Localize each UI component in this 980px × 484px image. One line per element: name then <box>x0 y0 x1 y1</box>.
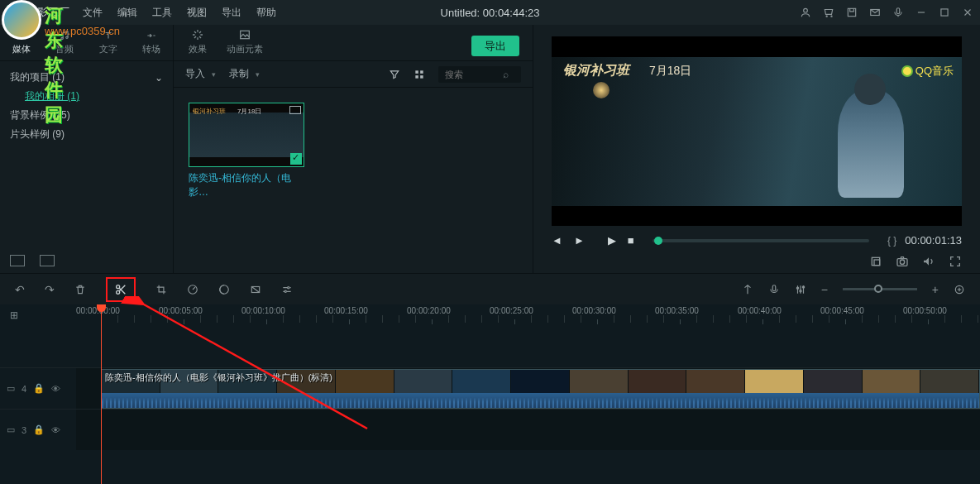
film-icon <box>289 106 301 114</box>
add-track-icon[interactable]: ⊞ <box>10 309 18 321</box>
visibility-icon[interactable]: 👁 <box>51 425 60 435</box>
redo-icon[interactable]: ↷ <box>45 283 55 296</box>
tree-my-project[interactable]: 我的项目 (1) ⌄ <box>10 68 163 87</box>
tab-effects[interactable]: 效果 <box>179 25 217 60</box>
zoom-in-icon[interactable]: + <box>932 283 939 296</box>
ruler-tick: 00:00:10:00 <box>241 306 285 315</box>
svg-rect-16 <box>874 260 880 266</box>
undo-icon[interactable]: ↶ <box>15 283 25 296</box>
delete-icon[interactable] <box>74 284 86 295</box>
chevron-down-icon: ▾ <box>212 70 216 79</box>
grid-view-icon[interactable] <box>414 69 425 80</box>
close-icon[interactable] <box>962 7 973 18</box>
search-input[interactable]: ⌕ <box>438 66 521 83</box>
zoom-slider[interactable] <box>843 288 917 290</box>
tab-media[interactable]: 媒体 <box>0 26 43 60</box>
progress-bar[interactable] <box>653 239 869 242</box>
stop-icon[interactable]: ■ <box>628 234 634 247</box>
save-icon[interactable] <box>846 7 858 18</box>
mail-icon[interactable] <box>869 7 881 18</box>
mic-icon[interactable] <box>892 7 904 18</box>
zoom-out-icon[interactable]: − <box>821 283 828 296</box>
video-track-3: ▭ 3 🔒 👁 <box>0 409 980 450</box>
volume-icon[interactable] <box>922 255 935 268</box>
menu-help[interactable]: 帮助 <box>256 6 276 20</box>
voiceover-icon[interactable] <box>768 284 780 295</box>
timeline-toolbar: ↶ ↷ − + <box>0 273 980 304</box>
record-dropdown[interactable]: 录制 <box>229 67 249 81</box>
ruler-tick: 00:00:40:00 <box>738 306 782 315</box>
music-icon <box>59 30 70 41</box>
qq-music-logo: QQ音乐 <box>901 64 954 79</box>
menu-tools[interactable]: 工具 <box>152 6 172 20</box>
cart-icon[interactable] <box>823 7 834 18</box>
fullscreen-icon[interactable] <box>949 255 962 268</box>
svg-rect-10 <box>241 31 250 38</box>
svg-point-9 <box>66 36 68 38</box>
document-title: Untitled: 00:04:44:23 <box>441 7 540 19</box>
crop-icon[interactable] <box>155 284 167 295</box>
tab-audio[interactable]: 音频 <box>43 26 86 60</box>
svg-rect-7 <box>17 33 25 39</box>
timecode-display: 00:00:01:13 <box>905 234 962 247</box>
media-icon <box>16 30 27 41</box>
split-icon[interactable] <box>114 283 127 296</box>
chevron-down-icon: ▾ <box>256 70 260 79</box>
search-icon: ⌕ <box>503 69 509 80</box>
ruler-tick: 00:00:25:00 <box>490 306 533 315</box>
maximize-icon[interactable] <box>939 7 950 18</box>
svg-rect-12 <box>420 70 423 74</box>
audio-waveform <box>102 393 979 408</box>
overlay-date: 7月18日 <box>649 64 691 79</box>
tab-elements[interactable]: 动画元素 <box>217 25 273 60</box>
tree-my-album[interactable]: 我的相册 (1) <box>10 87 163 106</box>
zoom-fit-icon[interactable] <box>954 284 965 295</box>
lock-icon[interactable]: 🔒 <box>33 424 45 435</box>
prev-frame-icon[interactable]: ◄ <box>552 234 562 247</box>
menu-view[interactable]: 视图 <box>187 6 207 20</box>
svg-rect-13 <box>415 75 418 79</box>
speed-icon[interactable] <box>187 284 198 295</box>
import-dropdown[interactable]: 导入 <box>185 67 205 81</box>
search-field[interactable] <box>445 69 503 79</box>
svg-point-25 <box>284 290 286 292</box>
svg-point-1 <box>826 16 827 17</box>
filter-icon[interactable] <box>389 69 400 80</box>
adjust-icon[interactable] <box>281 284 293 295</box>
minimize-icon[interactable] <box>915 7 927 18</box>
tab-text[interactable]: 文字 <box>87 26 130 60</box>
playhead[interactable] <box>101 304 102 484</box>
markers-icon[interactable]: { } <box>887 235 896 247</box>
video-track-4: ▭ 4 🔒 👁 陈奕迅-相信你的人（电影《银河补习班》推广曲）(标清) <box>0 367 980 409</box>
media-clip[interactable]: 银河补习班 7月18日 陈奕迅-相信你的人（电影… <box>189 103 304 199</box>
mixer-icon[interactable] <box>795 284 806 295</box>
tree-background-samples[interactable]: 背景样例 (15) <box>10 106 163 125</box>
visibility-icon[interactable]: 👁 <box>51 384 60 394</box>
next-frame-icon[interactable]: ► <box>574 234 585 247</box>
marker-icon[interactable] <box>742 284 753 295</box>
user-icon[interactable] <box>800 7 811 18</box>
tree-intro-samples[interactable]: 片头样例 (9) <box>10 125 163 144</box>
timeline-clip[interactable]: 陈奕迅-相信你的人（电影《银河补习班》推广曲）(标清) <box>101 369 980 409</box>
clip-name: 陈奕迅-相信你的人（电影… <box>189 167 304 199</box>
tab-transition[interactable]: 转场 <box>130 26 173 60</box>
lock-icon[interactable]: 🔒 <box>33 383 45 394</box>
svg-rect-5 <box>896 8 900 14</box>
export-button[interactable]: 导出 <box>471 36 519 56</box>
import-folder-icon[interactable] <box>40 255 55 266</box>
menu-export[interactable]: 导出 <box>222 6 241 20</box>
color-icon[interactable] <box>218 284 230 295</box>
clip-thumbnail[interactable]: 银河补习班 7月18日 <box>189 103 304 167</box>
new-folder-icon[interactable] <box>10 255 25 266</box>
ruler-tick: 00:00:50:00 <box>903 306 947 315</box>
ruler-tick: 00:00:15:00 <box>324 306 368 315</box>
video-track-icon: ▭ <box>7 383 15 394</box>
play-icon[interactable]: ▶ <box>608 234 616 247</box>
time-ruler[interactable]: 00:00:00:0000:00:05:0000:00:10:0000:00:1… <box>76 304 980 326</box>
app-title: 喵影工厂 <box>26 5 69 20</box>
menu-edit[interactable]: 编辑 <box>117 6 137 20</box>
crop-preview-icon[interactable] <box>869 255 882 268</box>
snapshot-icon[interactable] <box>896 255 909 268</box>
greenscreen-icon[interactable] <box>250 284 261 295</box>
menu-file[interactable]: 文件 <box>83 6 103 20</box>
